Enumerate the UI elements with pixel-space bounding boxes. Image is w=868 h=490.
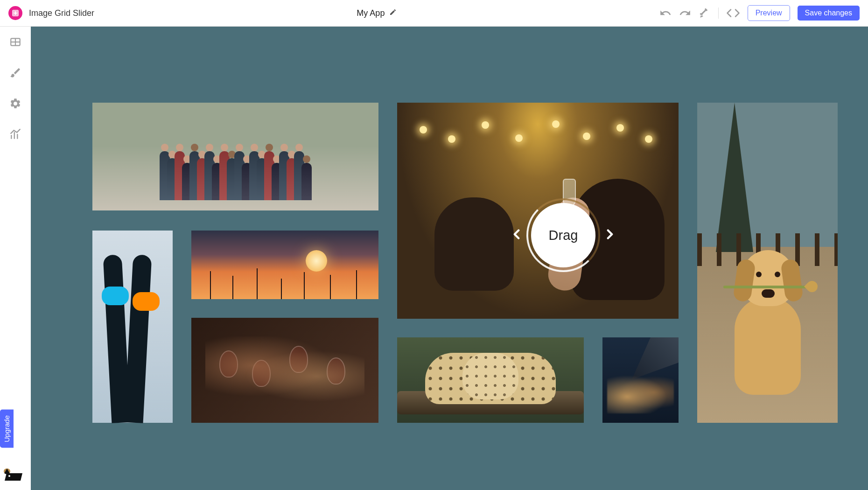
image-tile-group-photo[interactable] (92, 103, 378, 210)
toolbar-divider (718, 7, 719, 19)
slider-drag-widget: Drag (509, 203, 618, 267)
upgrade-tab[interactable]: Upgrade (0, 410, 14, 448)
preview-button[interactable]: Preview (748, 5, 790, 21)
image-tile-dog[interactable] (697, 103, 838, 423)
hammer-icon[interactable] (699, 7, 711, 19)
grid-view-icon[interactable] (9, 36, 21, 50)
redo-icon[interactable] (679, 7, 691, 19)
left-rail: Upgrade (0, 27, 31, 490)
image-tile-skis[interactable] (92, 231, 173, 423)
undo-icon[interactable] (659, 7, 672, 19)
slider-prev-icon[interactable] (509, 226, 525, 244)
drag-label: Drag (549, 228, 578, 243)
svg-rect-3 (14, 14, 15, 15)
image-tile-wine-hands[interactable] (191, 318, 378, 423)
canvas[interactable]: Drag (31, 27, 868, 490)
image-tile-hero-party[interactable]: Drag (397, 103, 679, 319)
brush-icon[interactable] (9, 67, 21, 81)
image-tile-sunset[interactable] (191, 231, 378, 299)
image-tile-plane-clouds[interactable] (602, 337, 679, 423)
svg-rect-1 (14, 11, 15, 13)
top-actions: Preview Save changes (659, 5, 860, 21)
body-wrap: Upgrade (0, 27, 868, 490)
edit-project-name-icon[interactable] (389, 8, 397, 18)
analytics-icon[interactable] (9, 128, 21, 142)
app-title: Image Grid Slider (29, 8, 94, 18)
settings-gear-icon[interactable] (9, 98, 21, 112)
slider-drag-handle[interactable]: Drag (531, 203, 595, 267)
slider-next-icon[interactable] (602, 226, 618, 244)
svg-rect-2 (16, 11, 17, 13)
project-name: My App (357, 8, 385, 18)
center-title: My App (101, 8, 653, 18)
save-changes-button[interactable]: Save changes (798, 6, 860, 21)
svg-rect-4 (16, 14, 17, 15)
brand-icon[interactable] (8, 6, 22, 20)
code-icon[interactable] (726, 6, 740, 20)
image-tile-leopard[interactable] (397, 337, 584, 423)
topbar: Image Grid Slider My App Preview Save ch… (0, 0, 868, 27)
mascot-icon[interactable] (4, 469, 23, 482)
